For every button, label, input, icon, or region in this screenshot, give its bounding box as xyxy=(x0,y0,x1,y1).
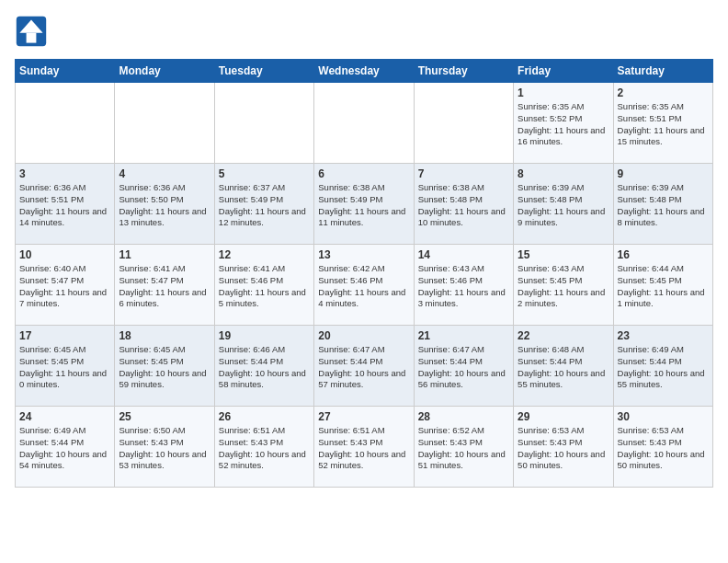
day-of-week-header: Saturday xyxy=(613,60,712,83)
day-number: 29 xyxy=(518,410,609,423)
calendar-cell: 8Sunrise: 6:39 AM Sunset: 5:48 PM Daylig… xyxy=(514,164,613,245)
day-number: 16 xyxy=(618,248,709,261)
day-of-week-header: Tuesday xyxy=(214,60,313,83)
calendar-week-row: 3Sunrise: 6:36 AM Sunset: 5:51 PM Daylig… xyxy=(16,164,713,245)
calendar-cell: 25Sunrise: 6:50 AM Sunset: 5:43 PM Dayli… xyxy=(115,407,214,488)
calendar-cell: 22Sunrise: 6:48 AM Sunset: 5:44 PM Dayli… xyxy=(514,326,613,407)
cell-info: Sunrise: 6:38 AM Sunset: 5:48 PM Dayligh… xyxy=(418,182,509,229)
page-header xyxy=(15,15,713,48)
day-number: 21 xyxy=(418,329,509,342)
cell-info: Sunrise: 6:53 AM Sunset: 5:43 PM Dayligh… xyxy=(518,425,609,472)
calendar-cell: 19Sunrise: 6:46 AM Sunset: 5:44 PM Dayli… xyxy=(214,326,313,407)
calendar-cell: 16Sunrise: 6:44 AM Sunset: 5:45 PM Dayli… xyxy=(613,245,712,326)
day-number: 30 xyxy=(618,410,709,423)
calendar-cell: 12Sunrise: 6:41 AM Sunset: 5:46 PM Dayli… xyxy=(214,245,313,326)
cell-info: Sunrise: 6:39 AM Sunset: 5:48 PM Dayligh… xyxy=(618,182,709,229)
cell-info: Sunrise: 6:36 AM Sunset: 5:51 PM Dayligh… xyxy=(19,182,110,229)
day-number: 5 xyxy=(219,167,310,180)
calendar-cell: 17Sunrise: 6:45 AM Sunset: 5:45 PM Dayli… xyxy=(16,326,115,407)
day-number: 18 xyxy=(119,329,210,342)
calendar-body: 1Sunrise: 6:35 AM Sunset: 5:52 PM Daylig… xyxy=(16,83,713,488)
cell-info: Sunrise: 6:49 AM Sunset: 5:44 PM Dayligh… xyxy=(19,425,110,472)
day-number: 11 xyxy=(119,248,210,261)
day-number: 15 xyxy=(518,248,609,261)
cell-info: Sunrise: 6:46 AM Sunset: 5:44 PM Dayligh… xyxy=(219,344,310,391)
calendar-cell: 29Sunrise: 6:53 AM Sunset: 5:43 PM Dayli… xyxy=(514,407,613,488)
day-number: 10 xyxy=(19,248,110,261)
cell-info: Sunrise: 6:44 AM Sunset: 5:45 PM Dayligh… xyxy=(618,263,709,310)
calendar-cell: 6Sunrise: 6:38 AM Sunset: 5:49 PM Daylig… xyxy=(314,164,414,245)
calendar-week-row: 10Sunrise: 6:40 AM Sunset: 5:47 PM Dayli… xyxy=(16,245,713,326)
cell-info: Sunrise: 6:37 AM Sunset: 5:49 PM Dayligh… xyxy=(219,182,310,229)
calendar-cell: 4Sunrise: 6:36 AM Sunset: 5:50 PM Daylig… xyxy=(115,164,214,245)
cell-info: Sunrise: 6:35 AM Sunset: 5:51 PM Dayligh… xyxy=(618,101,709,148)
day-number: 1 xyxy=(518,86,609,99)
day-number: 24 xyxy=(19,410,110,423)
calendar-cell: 27Sunrise: 6:51 AM Sunset: 5:43 PM Dayli… xyxy=(314,407,414,488)
day-of-week-row: SundayMondayTuesdayWednesdayThursdayFrid… xyxy=(16,60,713,83)
calendar-cell xyxy=(214,83,313,164)
day-number: 4 xyxy=(119,167,210,180)
day-of-week-header: Monday xyxy=(115,60,214,83)
calendar-cell: 30Sunrise: 6:53 AM Sunset: 5:43 PM Dayli… xyxy=(613,407,712,488)
calendar-cell: 9Sunrise: 6:39 AM Sunset: 5:48 PM Daylig… xyxy=(613,164,712,245)
calendar-cell: 5Sunrise: 6:37 AM Sunset: 5:49 PM Daylig… xyxy=(214,164,313,245)
calendar-cell xyxy=(314,83,414,164)
calendar-cell: 7Sunrise: 6:38 AM Sunset: 5:48 PM Daylig… xyxy=(414,164,513,245)
calendar-week-row: 1Sunrise: 6:35 AM Sunset: 5:52 PM Daylig… xyxy=(16,83,713,164)
svg-rect-2 xyxy=(27,33,37,43)
cell-info: Sunrise: 6:49 AM Sunset: 5:44 PM Dayligh… xyxy=(618,344,709,391)
cell-info: Sunrise: 6:47 AM Sunset: 5:44 PM Dayligh… xyxy=(318,344,409,391)
calendar-table: SundayMondayTuesdayWednesdayThursdayFrid… xyxy=(15,59,713,488)
day-number: 20 xyxy=(318,329,409,342)
cell-info: Sunrise: 6:39 AM Sunset: 5:48 PM Dayligh… xyxy=(518,182,609,229)
cell-info: Sunrise: 6:41 AM Sunset: 5:46 PM Dayligh… xyxy=(219,263,310,310)
calendar-cell: 18Sunrise: 6:45 AM Sunset: 5:45 PM Dayli… xyxy=(115,326,214,407)
calendar-cell: 14Sunrise: 6:43 AM Sunset: 5:46 PM Dayli… xyxy=(414,245,513,326)
calendar-cell xyxy=(115,83,214,164)
calendar-cell: 3Sunrise: 6:36 AM Sunset: 5:51 PM Daylig… xyxy=(16,164,115,245)
calendar-cell: 28Sunrise: 6:52 AM Sunset: 5:43 PM Dayli… xyxy=(414,407,513,488)
day-of-week-header: Friday xyxy=(514,60,613,83)
calendar-cell: 1Sunrise: 6:35 AM Sunset: 5:52 PM Daylig… xyxy=(514,83,613,164)
calendar-cell: 11Sunrise: 6:41 AM Sunset: 5:47 PM Dayli… xyxy=(115,245,214,326)
cell-info: Sunrise: 6:50 AM Sunset: 5:43 PM Dayligh… xyxy=(119,425,210,472)
day-number: 28 xyxy=(418,410,509,423)
cell-info: Sunrise: 6:42 AM Sunset: 5:46 PM Dayligh… xyxy=(318,263,409,310)
cell-info: Sunrise: 6:38 AM Sunset: 5:49 PM Dayligh… xyxy=(318,182,409,229)
cell-info: Sunrise: 6:51 AM Sunset: 5:43 PM Dayligh… xyxy=(318,425,409,472)
cell-info: Sunrise: 6:45 AM Sunset: 5:45 PM Dayligh… xyxy=(119,344,210,391)
calendar-cell: 15Sunrise: 6:43 AM Sunset: 5:45 PM Dayli… xyxy=(514,245,613,326)
calendar-cell: 23Sunrise: 6:49 AM Sunset: 5:44 PM Dayli… xyxy=(613,326,712,407)
cell-info: Sunrise: 6:47 AM Sunset: 5:44 PM Dayligh… xyxy=(418,344,509,391)
calendar-cell: 21Sunrise: 6:47 AM Sunset: 5:44 PM Dayli… xyxy=(414,326,513,407)
cell-info: Sunrise: 6:45 AM Sunset: 5:45 PM Dayligh… xyxy=(19,344,110,391)
cell-info: Sunrise: 6:52 AM Sunset: 5:43 PM Dayligh… xyxy=(418,425,509,472)
day-number: 6 xyxy=(318,167,409,180)
day-number: 3 xyxy=(19,167,110,180)
day-of-week-header: Wednesday xyxy=(314,60,414,83)
calendar-week-row: 24Sunrise: 6:49 AM Sunset: 5:44 PM Dayli… xyxy=(16,407,713,488)
calendar-cell: 2Sunrise: 6:35 AM Sunset: 5:51 PM Daylig… xyxy=(613,83,712,164)
cell-info: Sunrise: 6:43 AM Sunset: 5:46 PM Dayligh… xyxy=(418,263,509,310)
day-number: 22 xyxy=(518,329,609,342)
cell-info: Sunrise: 6:35 AM Sunset: 5:52 PM Dayligh… xyxy=(518,101,609,148)
calendar-cell xyxy=(16,83,115,164)
cell-info: Sunrise: 6:43 AM Sunset: 5:45 PM Dayligh… xyxy=(518,263,609,310)
cell-info: Sunrise: 6:53 AM Sunset: 5:43 PM Dayligh… xyxy=(618,425,709,472)
day-number: 25 xyxy=(119,410,210,423)
calendar-cell: 20Sunrise: 6:47 AM Sunset: 5:44 PM Dayli… xyxy=(314,326,414,407)
cell-info: Sunrise: 6:40 AM Sunset: 5:47 PM Dayligh… xyxy=(19,263,110,310)
calendar-cell: 10Sunrise: 6:40 AM Sunset: 5:47 PM Dayli… xyxy=(16,245,115,326)
day-of-week-header: Thursday xyxy=(414,60,513,83)
day-number: 19 xyxy=(219,329,310,342)
calendar-cell: 26Sunrise: 6:51 AM Sunset: 5:43 PM Dayli… xyxy=(214,407,313,488)
day-number: 17 xyxy=(19,329,110,342)
day-number: 7 xyxy=(418,167,509,180)
logo-icon xyxy=(15,15,48,48)
day-number: 27 xyxy=(318,410,409,423)
cell-info: Sunrise: 6:51 AM Sunset: 5:43 PM Dayligh… xyxy=(219,425,310,472)
calendar-week-row: 17Sunrise: 6:45 AM Sunset: 5:45 PM Dayli… xyxy=(16,326,713,407)
day-number: 23 xyxy=(618,329,709,342)
day-number: 12 xyxy=(219,248,310,261)
